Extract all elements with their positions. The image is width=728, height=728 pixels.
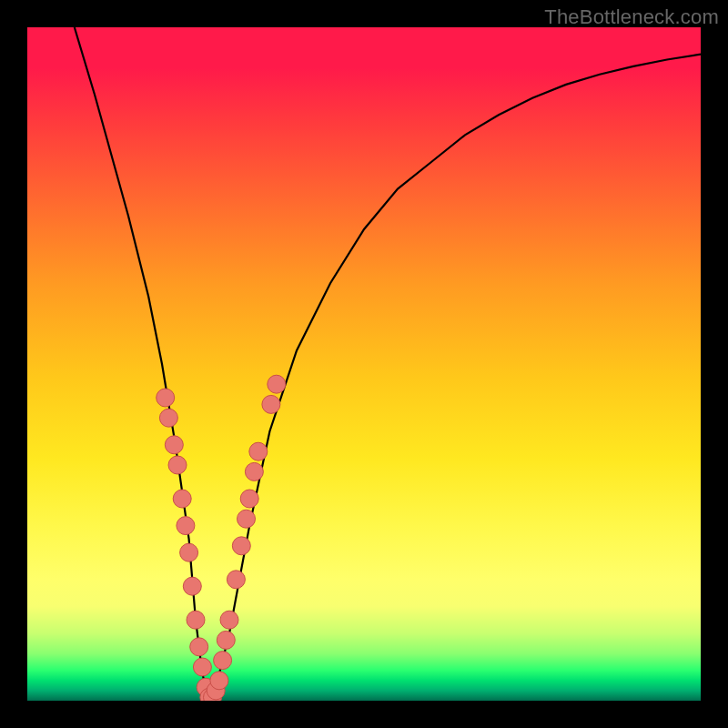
point-cluster-bottom-e — [210, 672, 228, 690]
watermark-text: TheBottleneck.com — [544, 5, 719, 29]
point-cluster-right-b — [217, 631, 235, 649]
point-cluster-left-d — [168, 456, 187, 474]
point-cluster-left-i — [187, 611, 205, 629]
point-cluster-right-f — [238, 510, 256, 528]
point-cluster-left-e — [173, 490, 191, 508]
point-cluster-right-e — [232, 537, 250, 555]
bottleneck-curve — [75, 27, 701, 701]
chart-frame: TheBottleneck.com — [0, 0, 728, 728]
point-cluster-right-c — [220, 611, 238, 629]
point-cluster-left-k — [193, 658, 211, 676]
point-cluster-left-j — [190, 638, 208, 656]
point-cluster-left-a — [157, 389, 175, 407]
point-cluster-left-g — [180, 543, 198, 561]
point-cluster-right-a — [214, 652, 232, 670]
point-cluster-right-j — [262, 395, 280, 413]
point-cluster-right-h — [245, 462, 263, 480]
point-cluster-right-d — [227, 571, 245, 589]
point-cluster-left-b — [159, 409, 177, 427]
point-cluster-left-c — [165, 436, 183, 454]
chart-svg — [27, 27, 701, 701]
point-cluster-left-f — [177, 517, 195, 535]
plot-area — [27, 27, 701, 701]
point-cluster-right-i — [249, 442, 268, 460]
point-cluster-left-h — [183, 577, 201, 595]
data-points — [157, 375, 286, 701]
point-cluster-right-g — [240, 490, 258, 508]
point-cluster-right-k — [268, 375, 286, 393]
